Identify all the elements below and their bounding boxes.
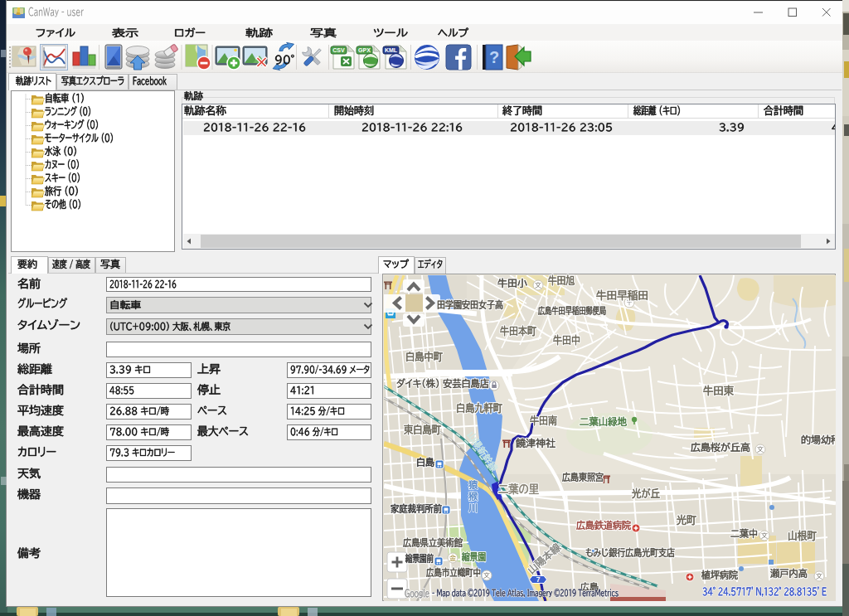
svg-text:7: 7 — [536, 575, 541, 584]
svg-text:KML: KML — [385, 47, 398, 53]
svg-text:CSV: CSV — [332, 47, 345, 53]
svg-text:?: ? — [489, 48, 499, 66]
svg-text:GPX: GPX — [358, 47, 371, 53]
